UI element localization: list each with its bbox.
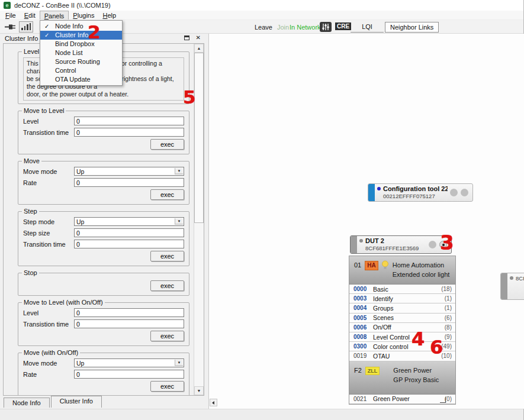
rate-input[interactable] [74,370,184,379]
cluster-row-basic[interactable]: 0000 Basic (18) [349,285,455,294]
annotation-5: 5 [183,86,196,108]
endpoint-device: Extended color light [393,270,450,279]
node-indicator-circle[interactable] [461,189,468,196]
combo-value: Up [76,218,84,225]
menu-item-source-routing[interactable]: Source Routing [40,57,122,66]
move-mode-select[interactable]: Up▼ [74,167,184,176]
menu-panels[interactable]: Panels [40,11,69,20]
network-settings-icon[interactable] [320,22,332,32]
field-label: Step size [23,230,74,237]
exec-button[interactable]: exec [150,280,184,291]
node-name: DUT 2 [365,237,384,244]
node-dut-2[interactable]: DUT 2 8CF681FFFE1E3569 [350,235,452,254]
usb-connection-icon[interactable] [5,24,17,31]
scrollbar-thumb[interactable] [194,53,204,223]
endpoint-header-green-power[interactable]: F2 ZLL Green Power GP Proxy Basic [349,361,455,395]
group-move-onoff: Move (with On/Off) Move mode Up▼ Rate ex… [18,353,189,395]
field-label: Move mode [23,360,74,367]
cluster-name: On/Off [373,324,445,331]
step-size-input[interactable] [74,228,184,237]
node-indicator-circle[interactable] [429,241,436,248]
cluster-attr-count: (18) [441,286,452,292]
chevron-down-icon: ▼ [175,360,183,366]
tab-neighbor-links[interactable]: Neighbor Links [385,22,439,33]
exec-button[interactable]: exec [150,331,184,341]
float-panel-icon[interactable] [184,35,189,40]
annotation-3: 3 [440,231,454,254]
description-line: door, or the power output of a heater. [27,91,181,98]
cluster-row-scenes[interactable]: 0005 Scenes (6) [349,314,455,323]
scroll-down-icon[interactable]: ▼ [194,386,204,395]
annotation-4: 4 [412,328,425,350]
leave-button[interactable]: Leave [255,24,272,31]
signal-bar-icon [27,24,28,30]
network-view[interactable]: Configuration tool 221 00212EFFFF075127 … [208,34,524,409]
tab-cluster-info[interactable]: Cluster Info [51,396,102,408]
cluster-attr-count: (8) [445,324,452,331]
cluster-id: 0021 [353,396,373,402]
cre-badge[interactable]: CRE [335,22,351,30]
menubar: File Edit Panels Plugins Help [0,11,523,20]
signal-graph-button[interactable] [19,21,33,33]
level-input[interactable] [74,117,184,125]
scroll-left-icon[interactable] [210,399,217,406]
menu-item-label: Node Info [55,22,83,30]
tab-node-info[interactable]: Node Info [4,398,50,408]
cluster-id: 0019 [353,353,373,359]
field-label: Level [23,118,74,125]
cluster-row-groups[interactable]: 0004 Groups (1) [349,303,455,313]
group-title: Move [22,157,41,164]
menu-file[interactable]: File [1,11,20,20]
exec-button[interactable]: exec [150,251,184,261]
cluster-row-onoff[interactable]: 0006 On/Off (8) [349,323,455,332]
level-input[interactable] [74,308,184,317]
menu-help[interactable]: Help [98,11,120,20]
scroll-up-icon[interactable]: ▲ [194,44,204,53]
node-address: 8CF681FFFE1E3569 [365,245,419,251]
menu-item-label: Node List [55,49,82,56]
node-indicator-circle[interactable] [450,189,458,196]
tab-lqi[interactable]: LQI [351,22,384,33]
combo-value: Up [76,168,84,175]
transition-time-input[interactable] [74,240,184,248]
node-configuration-tool[interactable]: Configuration tool 221 00212EFFFF075127 [368,183,473,202]
chevron-down-icon: ▼ [175,218,183,225]
cluster-info-dock: Cluster Info ✕ Level Control This cluste… [0,34,205,409]
panels-menu: ✓ Node Info ✓ Cluster Info Bind Dropbox … [40,20,123,86]
exec-button[interactable]: exec [150,189,184,200]
menu-item-control[interactable]: Control [40,66,122,75]
transition-time-input[interactable] [74,128,184,137]
exec-button[interactable]: exec [150,139,184,150]
transition-time-input[interactable] [74,319,184,328]
menu-item-bind-dropbox[interactable]: Bind Dropbox [40,40,122,49]
field-label: Transistion time [23,321,74,328]
checkmark-icon: ✓ [44,31,49,40]
step-mode-select[interactable]: Up▼ [74,217,184,226]
node-partial[interactable]: 8CF [500,273,524,300]
zll-profile-badge: ZLL [365,367,380,375]
menu-plugins[interactable]: Plugins [69,11,98,20]
group-title: Stop [22,269,39,276]
move-mode-select[interactable]: Up▼ [74,358,184,367]
window-title: deCONZ - ConBee II (\\.\COM19) [14,2,111,9]
group-move: Move Move mode Up▼ Rate exec [18,161,189,205]
dock-title: Cluster Info [5,35,38,42]
deconz-app-icon: e [4,2,11,9]
menu-edit[interactable]: Edit [20,11,40,20]
status-strip [0,409,523,420]
close-panel-icon[interactable]: ✕ [196,34,201,41]
field-label: Rate [23,179,74,186]
exec-button[interactable]: exec [150,381,184,392]
menu-item-cluster-info[interactable]: ✓ Cluster Info [40,31,122,40]
node-accent-bar [368,184,375,201]
cluster-name: Scenes [373,314,445,321]
rate-input[interactable] [74,178,184,187]
menu-item-node-list[interactable]: Node List [40,49,122,57]
endpoint-profile: Home Automation [393,260,450,270]
cluster-row-identify[interactable]: 0003 Identify (1) [349,294,455,303]
menu-item-node-info[interactable]: ✓ Node Info [40,22,122,31]
join-button[interactable]: Join [277,24,289,31]
light-bulb-icon [381,260,389,280]
menu-item-ota-update[interactable]: OTA Update [40,75,122,84]
endpoint-header-ha[interactable]: 01 HA Home Automation Extended color lig… [349,256,455,285]
